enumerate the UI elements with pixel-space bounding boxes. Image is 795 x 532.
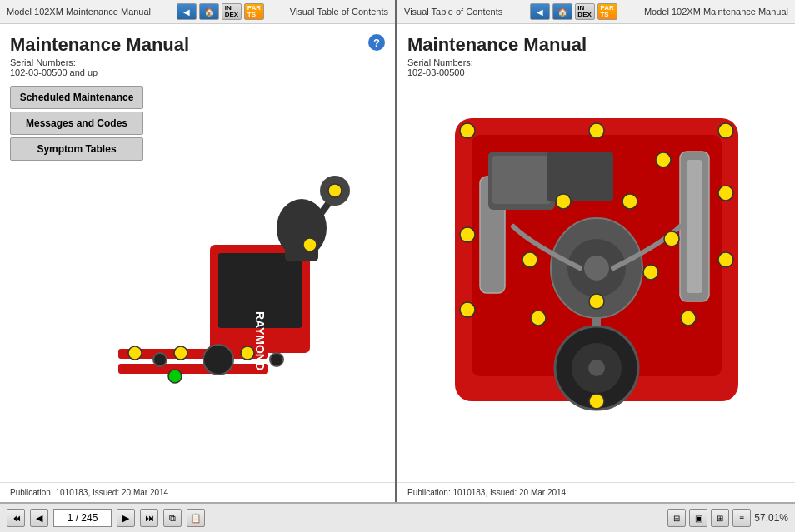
left-body: Maintenance Manual Serial Numbers: 102-0… [0,24,395,482]
svg-rect-34 [547,152,613,201]
list-view-btn[interactable]: ≡ [732,509,751,527]
left-vtoc-label: Visual Table of Contents [290,7,388,17]
forklift-svg-right [430,110,763,426]
right-header: Visual Table of Contents ◀ 🏠 INDEX PARTS… [398,0,795,24]
help-icon[interactable]: ? [368,34,385,51]
left-manual-title: Maintenance Manual [10,34,385,56]
left-nav: ◀ 🏠 INDEX PARTS [177,3,264,20]
svg-point-13 [328,184,342,197]
bottom-right-icons: ⊟ ▣ ⊞ ≡ 57.01% [668,509,788,527]
svg-point-45 [664,231,679,246]
svg-point-48 [531,311,546,326]
svg-point-25 [588,360,605,376]
svg-point-38 [718,252,733,267]
svg-point-15 [241,346,254,360]
svg-point-18 [128,346,142,360]
svg-point-10 [270,353,283,366]
svg-text:RAYMOND: RAYMOND [253,311,267,370]
svg-point-47 [589,294,604,309]
forklift-svg-left: RAYMOND [110,145,368,403]
next-page-btn[interactable]: ▶ [117,509,135,527]
right-vtoc-label: Visual Table of Contents [404,7,502,17]
parts-btn-left[interactable]: PARTS [244,3,264,20]
right-nav: ◀ 🏠 INDEX PARTS [530,3,618,20]
copy-btn[interactable]: ⧉ [163,509,182,527]
left-page: Model 102XM Maintenance Manual ◀ 🏠 INDEX… [0,0,398,502]
svg-point-28 [584,256,609,281]
thumbnail-view-btn[interactable]: ⊟ [668,509,686,527]
left-footer: Publication: 1010183, Issued: 20 Mar 201… [0,482,395,502]
index-btn-left[interactable]: INDEX [222,3,242,20]
svg-point-49 [589,394,604,409]
svg-point-37 [460,123,475,138]
svg-point-44 [622,194,638,209]
left-serial-number: 102-03-00500 and up [10,67,385,77]
svg-point-50 [522,252,538,267]
zoom-level: 57.01% [754,512,788,524]
back-btn-right[interactable]: ◀ [530,3,550,20]
bottom-bar: ⏮ ◀ 1 / 245 ▶ ⏭ ⧉ 📋 ⊟ ▣ ⊞ ≡ 57.01% [0,502,795,532]
svg-point-17 [174,346,188,360]
right-body: Maintenance Manual Serial Numbers: 102-0… [398,24,795,482]
first-page-btn[interactable]: ⏮ [7,509,25,527]
svg-point-11 [153,353,167,366]
single-page-btn[interactable]: ▣ [689,509,708,527]
forklift-illustration-left: RAYMOND [83,91,395,457]
paste-btn[interactable]: 📋 [187,509,205,527]
svg-point-40 [460,227,475,242]
svg-rect-33 [492,156,551,204]
svg-point-43 [556,194,571,209]
parts-btn-right[interactable]: PARTS [598,3,618,20]
svg-point-51 [643,265,658,280]
page-number-input[interactable]: 1 / 245 [53,509,112,527]
two-page-btn[interactable]: ⊞ [711,509,729,527]
back-btn-left[interactable]: ◀ [177,3,197,20]
right-manual-title: Maintenance Manual [408,34,785,56]
right-publication: Publication: 1010183, Issued: 20 Mar 201… [408,488,566,497]
prev-page-btn[interactable]: ◀ [30,509,48,527]
right-serial-label: Serial Numbers: [408,57,785,67]
left-serial-label: Serial Numbers: [10,57,385,67]
home-btn-left[interactable]: 🏠 [199,3,219,20]
right-header-title: Model 102XM Maintenance Manual [644,7,788,17]
svg-point-39 [718,186,733,201]
svg-point-46 [681,311,696,326]
svg-point-35 [589,123,604,138]
left-header-title: Model 102XM Maintenance Manual [7,7,151,17]
last-page-btn[interactable]: ⏭ [140,509,158,527]
home-btn-right[interactable]: 🏠 [552,3,572,20]
right-footer: Publication: 1010183, Issued: 20 Mar 201… [398,482,795,502]
index-btn-right[interactable]: INDEX [575,3,595,20]
forklift-illustration-right [406,70,787,465]
right-page: Visual Table of Contents ◀ 🏠 INDEX PARTS… [398,0,795,502]
left-header: Model 102XM Maintenance Manual ◀ 🏠 INDEX… [0,0,395,24]
svg-point-42 [656,152,671,167]
svg-point-20 [168,370,182,383]
svg-point-41 [460,302,475,317]
svg-point-36 [718,123,733,138]
svg-rect-30 [687,160,702,293]
svg-point-9 [203,345,233,375]
left-publication: Publication: 1010183, Issued: 20 Mar 201… [10,488,168,497]
svg-point-14 [303,238,317,251]
svg-rect-1 [118,364,268,374]
